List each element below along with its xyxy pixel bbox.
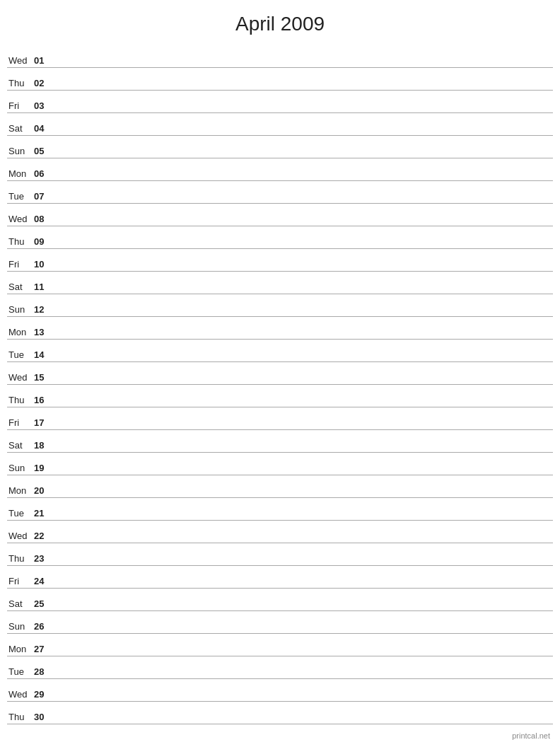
day-number: 04	[34, 123, 54, 134]
day-number: 17	[34, 417, 54, 428]
day-number: 24	[34, 576, 54, 586]
day-number: 26	[34, 621, 54, 632]
day-row: Sat11	[7, 272, 553, 294]
day-name: Mon	[7, 327, 34, 337]
day-number: 12	[34, 304, 54, 315]
day-row: Mon27	[7, 634, 553, 656]
day-row: Wed15	[7, 362, 553, 385]
day-name: Thu	[7, 395, 34, 405]
day-name: Sun	[7, 304, 34, 315]
day-row: Mon20	[7, 475, 553, 498]
day-row: Mon13	[7, 317, 553, 340]
day-row: Tue07	[7, 181, 553, 204]
day-name: Wed	[7, 689, 34, 700]
day-row: Sun26	[7, 611, 553, 634]
day-number: 18	[34, 440, 54, 451]
day-number: 22	[34, 531, 54, 541]
day-name: Wed	[7, 55, 34, 66]
day-name: Wed	[7, 372, 34, 383]
day-row: Wed01	[7, 45, 553, 68]
day-name: Mon	[7, 485, 34, 496]
day-name: Fri	[7, 417, 34, 428]
day-number: 20	[34, 485, 54, 496]
day-name: Mon	[7, 644, 34, 654]
day-name: Sat	[7, 598, 34, 609]
day-name: Sun	[7, 463, 34, 473]
day-row: Wed22	[7, 521, 553, 543]
day-row: Sat18	[7, 430, 553, 453]
day-number: 09	[34, 236, 54, 247]
day-name: Tue	[7, 349, 34, 360]
day-number: 16	[34, 395, 54, 405]
day-row: Thu30	[7, 702, 553, 724]
day-row: Thu02	[7, 68, 553, 91]
day-number: 01	[34, 55, 54, 66]
page-title: April 2009	[0, 0, 560, 45]
day-row: Fri24	[7, 566, 553, 589]
day-row: Wed08	[7, 204, 553, 226]
day-number: 07	[34, 191, 54, 202]
day-name: Wed	[7, 214, 34, 224]
day-number: 11	[34, 282, 54, 292]
day-number: 13	[34, 327, 54, 337]
day-number: 23	[34, 553, 54, 564]
footer-text: printcal.net	[512, 731, 550, 740]
day-number: 05	[34, 146, 54, 156]
day-row: Fri03	[7, 91, 553, 113]
day-number: 29	[34, 689, 54, 700]
day-name: Thu	[7, 553, 34, 564]
day-number: 02	[34, 78, 54, 88]
day-row: Tue28	[7, 656, 553, 679]
day-number: 21	[34, 508, 54, 519]
day-number: 10	[34, 259, 54, 270]
day-row: Tue21	[7, 498, 553, 521]
day-name: Thu	[7, 78, 34, 88]
day-name: Sun	[7, 621, 34, 632]
day-name: Thu	[7, 236, 34, 247]
day-row: Wed29	[7, 679, 553, 702]
day-name: Tue	[7, 508, 34, 519]
day-name: Fri	[7, 100, 34, 111]
day-name: Thu	[7, 712, 34, 722]
day-number: 03	[34, 100, 54, 111]
day-name: Mon	[7, 168, 34, 179]
day-row: Fri10	[7, 249, 553, 272]
day-name: Sat	[7, 282, 34, 292]
day-name: Sun	[7, 146, 34, 156]
day-name: Tue	[7, 666, 34, 677]
day-number: 19	[34, 463, 54, 473]
day-name: Sat	[7, 123, 34, 134]
day-row: Thu16	[7, 385, 553, 407]
calendar-container: Wed01Thu02Fri03Sat04Sun05Mon06Tue07Wed08…	[0, 45, 560, 724]
day-number: 27	[34, 644, 54, 654]
day-number: 06	[34, 168, 54, 179]
day-row: Thu09	[7, 226, 553, 249]
day-row: Sat25	[7, 589, 553, 611]
day-row: Thu23	[7, 543, 553, 566]
day-row: Sat04	[7, 113, 553, 136]
day-name: Tue	[7, 191, 34, 202]
day-number: 14	[34, 349, 54, 360]
day-row: Fri17	[7, 407, 553, 430]
day-number: 08	[34, 214, 54, 224]
day-name: Sat	[7, 440, 34, 451]
day-number: 25	[34, 598, 54, 609]
day-number: 28	[34, 666, 54, 677]
day-name: Fri	[7, 576, 34, 586]
day-row: Sun05	[7, 136, 553, 158]
day-row: Sun12	[7, 294, 553, 317]
day-row: Mon06	[7, 158, 553, 181]
day-row: Sun19	[7, 453, 553, 475]
day-name: Wed	[7, 531, 34, 541]
day-number: 15	[34, 372, 54, 383]
day-row: Tue14	[7, 340, 553, 362]
day-number: 30	[34, 712, 54, 722]
day-name: Fri	[7, 259, 34, 270]
